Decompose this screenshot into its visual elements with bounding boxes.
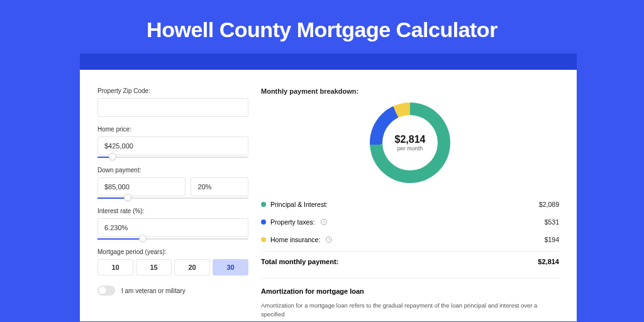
inputs-column: Property Zip Code: Home price: Down paym…	[97, 87, 248, 321]
down-payment-label: Down payment:	[97, 167, 248, 174]
legend-label: Home insurance:	[270, 236, 320, 243]
period-options: 10 15 20 30	[97, 259, 248, 275]
donut-sub: per month	[397, 145, 423, 152]
legend-value: $194	[545, 236, 559, 243]
legend-label: Property taxes:	[270, 218, 315, 226]
results-column: Monthly payment breakdown: $2,814 per mo…	[261, 87, 559, 321]
amortization-title: Amortization for mortgage loan	[261, 287, 559, 295]
info-icon[interactable]: ?	[321, 219, 327, 225]
legend-taxes: Property taxes: ? $531	[261, 213, 559, 231]
veteran-row: I am veteran or military	[97, 286, 248, 296]
period-btn-15[interactable]: 15	[136, 259, 172, 275]
breakdown-title: Monthly payment breakdown:	[261, 87, 559, 95]
interest-label: Interest rate (%):	[97, 208, 248, 214]
home-price-slider[interactable]	[97, 157, 248, 158]
period-label: Mortgage period (years):	[97, 248, 248, 255]
zip-input[interactable]	[97, 98, 248, 117]
veteran-toggle[interactable]	[97, 286, 115, 296]
total-label: Total monthly payment:	[261, 258, 338, 265]
donut-chart-wrap: $2,814 per month	[261, 103, 559, 183]
legend-value: $2,089	[539, 201, 559, 208]
donut-value: $2,814	[395, 134, 426, 145]
legend-principal: Principal & Interest: $2,089	[261, 196, 559, 213]
legend-label: Principal & Interest:	[270, 201, 328, 208]
down-payment-field-group: Down payment:	[97, 167, 248, 199]
period-field-group: Mortgage period (years): 10 15 20 30	[97, 248, 248, 275]
slider-thumb[interactable]	[139, 235, 147, 242]
interest-input[interactable]	[97, 218, 248, 237]
interest-field-group: Interest rate (%):	[97, 208, 248, 240]
down-payment-input[interactable]	[97, 177, 186, 196]
veteran-label: I am veteran or military	[121, 287, 186, 294]
home-price-field-group: Home price:	[97, 126, 248, 158]
zip-label: Property Zip Code:	[97, 87, 248, 94]
interest-slider[interactable]	[97, 238, 248, 240]
legend-insurance: Home insurance: ? $194	[261, 231, 559, 248]
amortization-text: Amortization for a mortgage loan refers …	[261, 301, 559, 319]
amortization-section: Amortization for mortgage loan Amortizat…	[261, 278, 559, 319]
page-title: Howell County Mortgage Calculator	[0, 0, 644, 53]
legend-value: $531	[545, 218, 559, 226]
slider-thumb[interactable]	[109, 153, 116, 160]
info-icon[interactable]: ?	[326, 236, 332, 243]
down-payment-slider[interactable]	[97, 197, 248, 199]
period-btn-10[interactable]: 10	[97, 259, 133, 275]
period-btn-20[interactable]: 20	[174, 259, 210, 275]
donut-chart: $2,814 per month	[370, 103, 450, 183]
dot-icon	[261, 237, 266, 242]
slider-thumb[interactable]	[124, 194, 131, 201]
home-price-label: Home price:	[97, 126, 248, 133]
dot-icon	[261, 202, 266, 207]
total-row: Total monthly payment: $2,814	[261, 251, 559, 273]
zip-field-group: Property Zip Code:	[97, 87, 248, 117]
home-price-input[interactable]	[97, 136, 248, 155]
donut-center: $2,814 per month	[370, 103, 450, 183]
dot-icon	[261, 219, 266, 225]
banner-bar	[80, 53, 577, 70]
down-payment-pct-input[interactable]	[191, 177, 248, 196]
total-value: $2,814	[538, 258, 559, 265]
calculator-card: Property Zip Code: Home price: Down paym…	[80, 70, 577, 321]
period-btn-30[interactable]: 30	[213, 259, 248, 275]
